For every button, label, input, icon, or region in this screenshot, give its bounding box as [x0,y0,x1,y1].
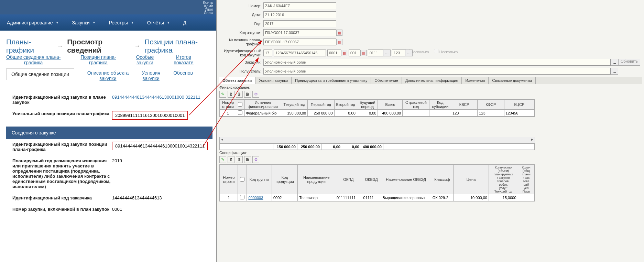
tab-general-plan[interactable]: Общие сведения плана- графика [6,54,61,65]
spec-doc1-icon[interactable]: 🗎 [228,156,234,163]
input-ikz-5[interactable] [368,50,383,56]
picker-ikz-4[interactable]: ▦ [360,50,367,56]
tab-adv[interactable]: Преимущества и требования к участнику [292,77,371,84]
value-planned-year: 2019 [112,158,122,189]
dots-ikz-6[interactable]: … [405,50,413,56]
fin-check-all[interactable] [238,102,242,107]
bc-view: Просмотр сведений [67,38,130,54]
main-nav: Администрирование▼ Закупки▼ Реестры▼ Отч… [0,14,216,31]
spec-doc2-icon[interactable]: 🗎 [236,156,243,163]
input-pos[interactable] [263,39,336,45]
financing-grid[interactable]: Номер строки Источник финансирования Тек… [219,99,535,117]
tab-changes[interactable]: Изменения [462,77,489,84]
tab-special[interactable]: Особые закупки [136,54,154,65]
tab-justification[interactable]: Обоснов [173,70,193,76]
doc3-icon[interactable]: 🗎 [244,91,251,98]
input-customer[interactable] [263,59,611,66]
label-ikz-plan: Идентификационный код закупки в плане за… [12,95,112,105]
spec-doc3-icon[interactable]: 🗎 [244,156,251,163]
input-code[interactable] [263,29,336,36]
tab-object[interactable]: Объект закупки [219,77,255,84]
bc-plans[interactable]: Планы-графики [6,38,53,54]
input-date[interactable] [263,11,336,18]
doc2-icon[interactable]: 🗎 [236,91,243,98]
label-financing: Финансирование: [219,85,250,89]
spec-check-all[interactable] [240,177,244,182]
input-ikz-1[interactable] [263,50,272,56]
label-customer: Заказчик: [220,60,261,64]
nav-admin[interactable]: Администрирование▼ [7,20,59,25]
label-purchase-num: Номер закупки, включённой в план закупок [12,207,112,212]
tab-addinfo[interactable]: Дополнительная информация [402,77,462,84]
dots-ikz-5[interactable]: … [383,50,391,56]
bc-positions[interactable]: Позиции плана-графика [144,38,216,54]
tab-positions[interactable]: Позиции плана- графика [80,54,116,65]
input-ikz-2[interactable] [274,50,326,56]
label-ikz-position: Идентификационный код закупки позиции пл… [12,142,112,152]
value-ikz-position: 891444444461344444461300010014322111 [112,142,208,150]
label-date: Дата: [220,13,261,17]
tab-general-position[interactable]: Общие сведения позиции [6,68,74,80]
financing-totals: 150 000,00 250 000,00 0,00 0,00 400 000,… [219,143,535,150]
value-ikz-plan[interactable]: 89144444446134444446130001000 322111 [112,95,200,105]
label-code: Код закупки: [220,31,261,35]
spec-grid[interactable]: Номер строки Код группы Код продукции На… [219,164,535,201]
spec-gear-icon[interactable]: ⚙ [252,156,259,163]
tab-linked[interactable]: Связанные документы [489,77,536,84]
tab-cond[interactable]: Условия закупки [255,77,292,84]
spec-edit-icon[interactable]: ✎ [219,156,226,163]
refresh-btn[interactable]: Обновить [618,59,640,66]
inner-tabs: Объект закупки Условия закупки Преимущес… [219,77,642,84]
value-purchase-num: 0001 [112,207,122,212]
input-year[interactable] [263,20,336,27]
label-customer-ikz: Идентификационный код заказчика [12,195,112,200]
doc1-icon[interactable]: 🗎 [228,91,234,98]
label-number: Номер: [220,4,261,8]
spec-row-1[interactable]: 1 0000003 0002 Телевизор 011111111 01111… [220,194,535,201]
picker-ikz-3[interactable]: ▦ [341,50,347,56]
value-unique-num: 2089991111116130010000010001 [112,111,188,120]
dots-receiver[interactable]: … [611,68,618,75]
tabs-row-1: Общие сведения плана- графика Позиции пл… [6,54,194,65]
chk-several-2[interactable]: Несколько [434,49,458,54]
picker-code[interactable]: ▦ [336,30,342,36]
section-purchase-info: Сведения о закупке [6,127,212,139]
nav-registries[interactable]: Реестры▼ [109,20,134,25]
value-customer-ikz: 14444444613444444613 [112,195,162,200]
tab-totals[interactable]: Итогов показате [174,54,193,65]
edit-icon[interactable]: ✎ [219,91,226,98]
nav-purchases[interactable]: Закупки▼ [72,20,96,25]
header-strip: КонтрАдмиУполДолж [0,0,216,14]
label-planned-year: Планируемый год размещения извещения или… [12,158,112,189]
gear-icon[interactable]: ⚙ [252,91,259,98]
input-receiver[interactable] [263,68,611,75]
label-unique-num: Уникальный номер позиции плана-графика [12,111,112,120]
input-ikz-6[interactable] [392,50,405,56]
fin-scrollbar[interactable] [219,137,535,143]
breadcrumb: Планы-графики → Просмотр сведений → Пози… [6,38,216,54]
nav-reports[interactable]: Отчёты▼ [147,20,170,25]
tab-security[interactable]: Обеспечение [371,77,402,84]
fin-row-1[interactable]: 1 Федеральный бю 150 000,00250 000,000,0… [220,110,535,117]
input-number[interactable] [263,2,336,9]
input-ikz-3[interactable] [327,50,341,56]
label-year: Год: [220,22,261,26]
input-ikz-4[interactable] [349,50,360,56]
label-pos: № позиции плана-графика: [220,38,261,46]
label-spec: Спецификация: [219,151,247,155]
label-receiver: Получатель: [220,69,261,73]
dots-customer[interactable]: … [611,59,618,66]
picker-pos[interactable]: ▦ [336,39,342,45]
label-ikz: Идентификационный код закупки: [220,49,261,57]
nav-more[interactable]: Д [183,20,186,25]
